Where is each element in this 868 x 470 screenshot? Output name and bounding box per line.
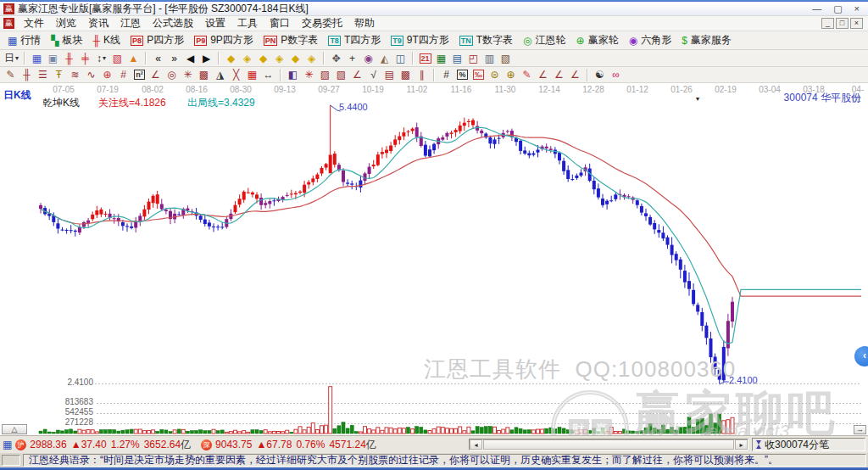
p9-square-button[interactable]: P99P四方形 xyxy=(189,32,259,48)
golden-circle-button[interactable]: ⊜ xyxy=(487,68,503,82)
scroll-left-button[interactable]: ◂ xyxy=(470,439,482,450)
width-tool-button[interactable]: ↔ xyxy=(260,68,276,82)
bull-bear-button[interactable]: ◭ xyxy=(376,51,392,65)
gold-section-button[interactable]: ⊕ xyxy=(503,68,519,82)
period-daily-button[interactable]: 日▾ xyxy=(3,51,20,65)
hash-grid-button[interactable]: # xyxy=(115,68,131,82)
mdi-minimize-button[interactable]: _ xyxy=(821,18,834,29)
pane-collapse-button[interactable]: △ xyxy=(2,424,27,434)
quotes-grid-icon[interactable]: ▦ xyxy=(3,439,12,450)
red-grid-button[interactable]: ▦ xyxy=(244,68,260,82)
angle-f-button[interactable]: ∠ xyxy=(551,68,567,82)
yin-yang-button[interactable]: ☯ xyxy=(592,68,608,82)
trend-angle-button[interactable]: ∠ xyxy=(349,68,365,82)
parallel-button[interactable]: ∥ xyxy=(414,68,430,82)
shenzhen-index-icon[interactable]: 深 xyxy=(201,439,212,450)
gann-diamond-2-button[interactable]: ◈ xyxy=(239,51,255,65)
menu-浏览[interactable]: 浏览 xyxy=(50,16,82,31)
print-button[interactable]: ▥ xyxy=(481,51,498,65)
menu-交易委托[interactable]: 交易委托 xyxy=(296,16,348,31)
percent-button[interactable]: % xyxy=(454,68,470,82)
report-button[interactable]: ▤ xyxy=(449,51,465,65)
winner-wheel-button[interactable]: ⊕赢家轮 xyxy=(571,32,624,48)
shade-a-button[interactable]: ▨ xyxy=(317,68,333,82)
kline-style-1-button[interactable]: ╫ xyxy=(61,51,77,65)
gann-wheel-button[interactable]: ◎江恩轮 xyxy=(518,32,570,48)
horizontal-scrollbar[interactable]: ◂ ▸ xyxy=(469,439,748,450)
market-quotes-button[interactable]: ▦行情 xyxy=(3,32,46,48)
info-board-button[interactable]: ▣ xyxy=(45,51,61,65)
window-style-button[interactable]: ▦ xyxy=(29,51,45,65)
menu-文件[interactable]: 文件 xyxy=(18,16,50,31)
angle-j-button[interactable]: ∠ xyxy=(535,68,551,82)
menu-设置[interactable]: 设置 xyxy=(199,16,231,31)
indicator-name[interactable]: 乾坤K线 xyxy=(42,96,80,110)
gann-diamond-5-button[interactable]: ◆ xyxy=(287,51,303,65)
ray-fan-button[interactable]: ✳ xyxy=(301,68,317,82)
mdi-close-button[interactable]: × xyxy=(850,18,863,29)
p-number-table-button[interactable]: PNP数字表 xyxy=(259,32,324,48)
gann-diamond-6-button[interactable]: ◈ xyxy=(303,51,320,65)
shanghai-index-quote[interactable]: 2988.36▲37.401.27%3652.64亿 xyxy=(30,438,191,452)
first-page-button[interactable]: « xyxy=(150,51,166,65)
close-button[interactable]: × xyxy=(854,3,860,14)
restore-button[interactable]: ▢ xyxy=(833,3,842,14)
scrollbar-thumb[interactable] xyxy=(483,439,734,450)
menu-窗口[interactable]: 窗口 xyxy=(264,16,296,31)
calculator-button[interactable]: ▦ xyxy=(433,51,449,65)
hand-tool-button[interactable]: ✥ xyxy=(328,51,344,65)
export-button[interactable]: ▧ xyxy=(498,51,514,65)
pen-button[interactable]: ✎ xyxy=(3,68,19,82)
grid-lines-button[interactable]: ╫ xyxy=(19,68,35,82)
horizontal-set-button[interactable]: ☰ xyxy=(35,68,51,82)
winner-service-button[interactable]: $赢家服务 xyxy=(676,32,737,48)
angle-s-button[interactable]: ∠ xyxy=(567,68,583,82)
mdi-restore-button[interactable]: □ xyxy=(836,18,849,29)
gann-circle-button[interactable]: ⊕ xyxy=(99,68,115,82)
mini-scroll-button[interactable]: → xyxy=(854,425,866,434)
minimize-button[interactable]: — xyxy=(812,3,821,14)
box-select-button[interactable]: ◧ xyxy=(285,68,301,82)
hexagon-button[interactable]: ◉六角形 xyxy=(624,32,676,48)
t-number-table-button[interactable]: TNT数字表 xyxy=(454,32,518,48)
flag-mark-button[interactable]: ▲ xyxy=(125,51,142,65)
shade-b-button[interactable]: ▧ xyxy=(333,68,349,82)
zoom-tool-button[interactable]: ◉ xyxy=(360,51,376,65)
gann-diamond-1-button[interactable]: ◆ xyxy=(223,51,239,65)
infinity-button[interactable]: ∞ xyxy=(608,68,624,82)
save-button[interactable]: ◰ xyxy=(465,51,481,65)
kline-mark-button[interactable]: ◮ xyxy=(212,68,228,82)
cross-grid-button[interactable]: ╳ xyxy=(228,68,244,82)
glasses-view-button[interactable]: ◫ xyxy=(392,51,409,65)
gann-diamond-4-button[interactable]: ◈ xyxy=(271,51,287,65)
kline-style-2-button[interactable]: ╪ xyxy=(77,51,93,65)
kline-button[interactable]: ╫K线 xyxy=(88,32,126,48)
star-burst-button[interactable]: ✳ xyxy=(180,68,196,82)
kline-box-button[interactable]: ▧ xyxy=(109,51,125,65)
mark-pen-button[interactable]: ✎ xyxy=(519,68,535,82)
t9-square-button[interactable]: T99T四方形 xyxy=(386,32,454,48)
shanghai-index-icon[interactable]: 沪 xyxy=(15,439,26,450)
compare-button[interactable]: # xyxy=(438,68,454,82)
scroll-right-button[interactable]: ▸ xyxy=(735,439,748,450)
last-page-button[interactable]: » xyxy=(166,51,182,65)
menu-公式选股[interactable]: 公式选股 xyxy=(147,16,199,31)
angle-tool-button[interactable]: ∠ xyxy=(147,68,164,82)
step-back-button[interactable]: ◀ xyxy=(182,51,198,65)
table-grid-button[interactable]: ▤ xyxy=(381,68,398,82)
menu-帮助[interactable]: 帮助 xyxy=(348,16,381,31)
target-button[interactable]: ◎ xyxy=(164,68,180,82)
time-ruler-button[interactable]: Ŧ xyxy=(51,68,67,82)
menu-工具[interactable]: 工具 xyxy=(231,16,264,31)
t8-square-button[interactable]: T8T四方形 xyxy=(323,32,386,48)
spiral-button[interactable]: ∿ xyxy=(83,68,99,82)
sectors-button[interactable]: ▚板块 xyxy=(46,32,87,48)
dense-grid-button[interactable]: ▩ xyxy=(398,68,414,82)
shenzhen-index-quote[interactable]: 9043.75▲67.780.76%4571.24亿 xyxy=(215,438,376,452)
permille-button[interactable]: ‰ xyxy=(470,68,487,82)
wave-tool-button[interactable]: ≋ xyxy=(67,68,83,82)
scale-type-button[interactable]: ↕▾ xyxy=(93,51,109,65)
check-line-button[interactable]: √ xyxy=(365,68,381,82)
n-square-button[interactable]: n² xyxy=(131,68,147,82)
calendar-button[interactable]: 21 xyxy=(417,51,433,65)
